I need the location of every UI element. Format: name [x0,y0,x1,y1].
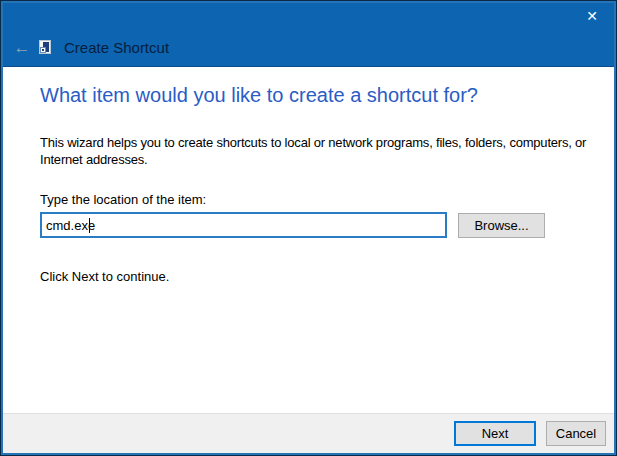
cancel-button[interactable]: Cancel [546,421,606,446]
titlebar[interactable]: ✕ [3,3,614,28]
back-button[interactable]: ← [11,39,33,56]
wizard-description: This wizard helps you to create shortcut… [40,134,602,168]
footer-bar: Next Cancel [3,413,614,453]
wizard-header: ← Create Shortcut [3,28,614,67]
window-title: Create Shortcut [64,39,169,56]
close-icon: ✕ [586,9,598,23]
shortcut-arrow-overlay [40,47,46,53]
location-input[interactable] [40,212,447,238]
browse-button[interactable]: Browse... [458,213,545,238]
page-title: What item would you like to create a sho… [40,84,478,107]
next-hint-text: Click Next to continue. [40,269,169,284]
shortcut-wizard-icon [39,40,51,54]
wizard-content: What item would you like to create a sho… [3,67,614,413]
create-shortcut-window: ✕ ← Create Shortcut What item would you … [0,0,617,456]
location-label: Type the location of the item: [40,192,206,207]
close-button[interactable]: ✕ [575,4,609,27]
window-frame: ✕ ← Create Shortcut What item would you … [1,1,616,455]
next-button[interactable]: Next [454,421,536,446]
back-arrow-icon: ← [14,38,31,57]
